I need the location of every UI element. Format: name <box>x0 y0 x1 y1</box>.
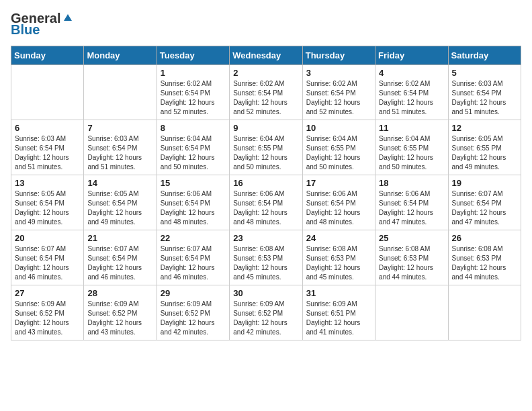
calendar-cell: 30Sunrise: 6:09 AMSunset: 6:52 PMDayligh… <box>230 285 302 340</box>
calendar-cell <box>11 65 84 120</box>
day-number: 22 <box>161 233 226 243</box>
calendar-cell: 22Sunrise: 6:07 AMSunset: 6:54 PMDayligh… <box>157 230 229 285</box>
calendar-cell: 10Sunrise: 6:04 AMSunset: 6:55 PMDayligh… <box>302 120 375 175</box>
day-info: Sunrise: 6:04 AMSunset: 6:54 PMDaylight:… <box>161 134 226 172</box>
week-row-4: 20Sunrise: 6:07 AMSunset: 6:54 PMDayligh… <box>11 230 521 285</box>
day-info: Sunrise: 6:03 AMSunset: 6:54 PMDaylight:… <box>87 134 152 172</box>
week-row-1: 1Sunrise: 6:02 AMSunset: 6:54 PMDaylight… <box>11 65 521 120</box>
day-info: Sunrise: 6:07 AMSunset: 6:54 PMDaylight:… <box>452 189 517 227</box>
weekday-header-saturday: Saturday <box>448 46 521 65</box>
day-number: 25 <box>379 233 444 243</box>
calendar-cell <box>84 65 157 120</box>
day-number: 10 <box>306 123 371 133</box>
calendar-cell: 27Sunrise: 6:09 AMSunset: 6:52 PMDayligh… <box>11 285 84 340</box>
calendar-cell: 1Sunrise: 6:02 AMSunset: 6:54 PMDaylight… <box>157 65 229 120</box>
day-info: Sunrise: 6:05 AMSunset: 6:54 PMDaylight:… <box>15 189 80 227</box>
day-number: 23 <box>233 233 298 243</box>
day-number: 17 <box>306 178 371 188</box>
calendar-cell: 5Sunrise: 6:03 AMSunset: 6:54 PMDaylight… <box>448 65 521 120</box>
day-number: 1 <box>161 68 226 78</box>
weekday-header-thursday: Thursday <box>302 46 375 65</box>
calendar-cell: 4Sunrise: 6:02 AMSunset: 6:54 PMDaylight… <box>375 65 448 120</box>
day-info: Sunrise: 6:09 AMSunset: 6:52 PMDaylight:… <box>87 300 152 337</box>
day-number: 8 <box>161 123 226 133</box>
day-info: Sunrise: 6:04 AMSunset: 6:55 PMDaylight:… <box>379 134 444 172</box>
svg-marker-0 <box>64 14 72 21</box>
day-info: Sunrise: 6:08 AMSunset: 6:53 PMDaylight:… <box>452 244 517 282</box>
day-info: Sunrise: 6:02 AMSunset: 6:54 PMDaylight:… <box>233 79 298 117</box>
day-number: 7 <box>87 123 152 133</box>
day-number: 21 <box>87 233 152 243</box>
day-info: Sunrise: 6:06 AMSunset: 6:54 PMDaylight:… <box>233 189 298 227</box>
day-info: Sunrise: 6:04 AMSunset: 6:55 PMDaylight:… <box>233 134 298 172</box>
logo-blue-text: Blue <box>11 22 40 38</box>
day-info: Sunrise: 6:06 AMSunset: 6:54 PMDaylight:… <box>306 189 371 227</box>
day-info: Sunrise: 6:05 AMSunset: 6:54 PMDaylight:… <box>87 189 152 227</box>
day-number: 30 <box>233 288 298 298</box>
calendar-cell: 2Sunrise: 6:02 AMSunset: 6:54 PMDaylight… <box>230 65 302 120</box>
day-number: 19 <box>452 178 517 188</box>
calendar-cell: 21Sunrise: 6:07 AMSunset: 6:54 PMDayligh… <box>84 230 157 285</box>
day-number: 26 <box>452 233 517 243</box>
day-number: 3 <box>306 68 371 78</box>
calendar-cell: 31Sunrise: 6:09 AMSunset: 6:51 PMDayligh… <box>302 285 375 340</box>
day-info: Sunrise: 6:02 AMSunset: 6:54 PMDaylight:… <box>379 79 444 117</box>
day-number: 2 <box>233 68 298 78</box>
page-header: General Blue <box>11 11 521 38</box>
weekday-header-sunday: Sunday <box>11 46 84 65</box>
day-number: 15 <box>161 178 226 188</box>
weekday-header-friday: Friday <box>375 46 448 65</box>
day-number: 14 <box>87 178 152 188</box>
day-info: Sunrise: 6:04 AMSunset: 6:55 PMDaylight:… <box>306 134 371 172</box>
calendar-cell: 12Sunrise: 6:05 AMSunset: 6:55 PMDayligh… <box>448 120 521 175</box>
calendar-cell: 24Sunrise: 6:08 AMSunset: 6:53 PMDayligh… <box>302 230 375 285</box>
calendar-cell: 14Sunrise: 6:05 AMSunset: 6:54 PMDayligh… <box>84 175 157 230</box>
weekday-header-row: SundayMondayTuesdayWednesdayThursdayFrid… <box>11 46 521 65</box>
day-info: Sunrise: 6:09 AMSunset: 6:52 PMDaylight:… <box>15 300 80 337</box>
day-info: Sunrise: 6:03 AMSunset: 6:54 PMDaylight:… <box>452 79 517 117</box>
day-number: 29 <box>161 288 226 298</box>
day-number: 24 <box>306 233 371 243</box>
day-number: 16 <box>233 178 298 188</box>
day-info: Sunrise: 6:02 AMSunset: 6:54 PMDaylight:… <box>161 79 226 117</box>
week-row-5: 27Sunrise: 6:09 AMSunset: 6:52 PMDayligh… <box>11 285 521 340</box>
logo-arrow-icon <box>62 11 74 24</box>
calendar-cell: 19Sunrise: 6:07 AMSunset: 6:54 PMDayligh… <box>448 175 521 230</box>
calendar-table: SundayMondayTuesdayWednesdayThursdayFrid… <box>11 46 521 340</box>
day-info: Sunrise: 6:08 AMSunset: 6:53 PMDaylight:… <box>233 244 298 282</box>
day-info: Sunrise: 6:07 AMSunset: 6:54 PMDaylight:… <box>87 244 152 282</box>
day-info: Sunrise: 6:09 AMSunset: 6:51 PMDaylight:… <box>306 300 371 337</box>
weekday-header-tuesday: Tuesday <box>157 46 229 65</box>
day-info: Sunrise: 6:05 AMSunset: 6:55 PMDaylight:… <box>452 134 517 172</box>
calendar-cell: 23Sunrise: 6:08 AMSunset: 6:53 PMDayligh… <box>230 230 302 285</box>
day-number: 4 <box>379 68 444 78</box>
calendar-cell: 25Sunrise: 6:08 AMSunset: 6:53 PMDayligh… <box>375 230 448 285</box>
calendar-cell: 3Sunrise: 6:02 AMSunset: 6:54 PMDaylight… <box>302 65 375 120</box>
day-number: 11 <box>379 123 444 133</box>
day-info: Sunrise: 6:08 AMSunset: 6:53 PMDaylight:… <box>379 244 444 282</box>
logo: General Blue <box>11 11 74 38</box>
calendar-cell: 29Sunrise: 6:09 AMSunset: 6:52 PMDayligh… <box>157 285 229 340</box>
calendar-cell: 9Sunrise: 6:04 AMSunset: 6:55 PMDaylight… <box>230 120 302 175</box>
calendar-cell: 15Sunrise: 6:06 AMSunset: 6:54 PMDayligh… <box>157 175 229 230</box>
week-row-2: 6Sunrise: 6:03 AMSunset: 6:54 PMDaylight… <box>11 120 521 175</box>
day-number: 18 <box>379 178 444 188</box>
week-row-3: 13Sunrise: 6:05 AMSunset: 6:54 PMDayligh… <box>11 175 521 230</box>
day-number: 12 <box>452 123 517 133</box>
day-number: 5 <box>452 68 517 78</box>
calendar-cell: 7Sunrise: 6:03 AMSunset: 6:54 PMDaylight… <box>84 120 157 175</box>
day-info: Sunrise: 6:06 AMSunset: 6:54 PMDaylight:… <box>379 189 444 227</box>
day-info: Sunrise: 6:07 AMSunset: 6:54 PMDaylight:… <box>161 244 226 282</box>
day-info: Sunrise: 6:03 AMSunset: 6:54 PMDaylight:… <box>15 134 80 172</box>
calendar-cell: 16Sunrise: 6:06 AMSunset: 6:54 PMDayligh… <box>230 175 302 230</box>
calendar-cell: 28Sunrise: 6:09 AMSunset: 6:52 PMDayligh… <box>84 285 157 340</box>
weekday-header-monday: Monday <box>84 46 157 65</box>
day-number: 27 <box>15 288 80 298</box>
calendar-cell: 20Sunrise: 6:07 AMSunset: 6:54 PMDayligh… <box>11 230 84 285</box>
calendar-cell: 13Sunrise: 6:05 AMSunset: 6:54 PMDayligh… <box>11 175 84 230</box>
calendar-cell: 8Sunrise: 6:04 AMSunset: 6:54 PMDaylight… <box>157 120 229 175</box>
day-number: 31 <box>306 288 371 298</box>
calendar-cell: 11Sunrise: 6:04 AMSunset: 6:55 PMDayligh… <box>375 120 448 175</box>
day-number: 6 <box>15 123 80 133</box>
day-info: Sunrise: 6:02 AMSunset: 6:54 PMDaylight:… <box>306 79 371 117</box>
